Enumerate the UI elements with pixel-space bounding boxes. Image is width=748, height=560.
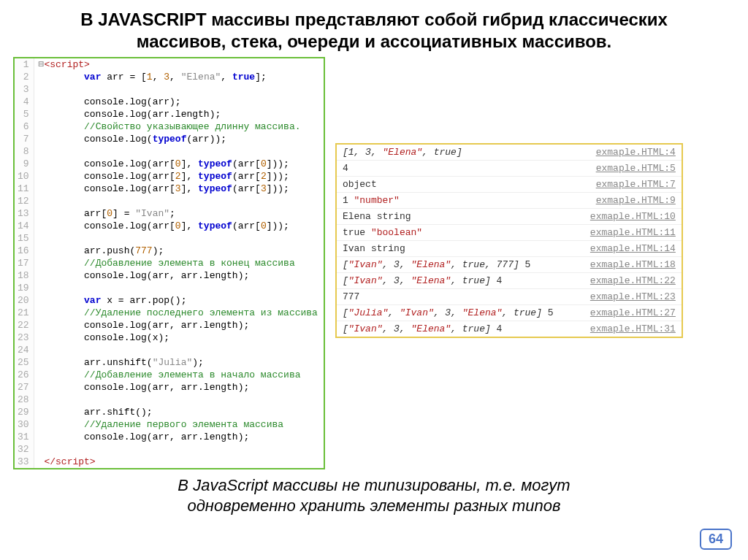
code-line: 10 console.log(arr[2], typeof(arr[2])); — [15, 170, 324, 183]
code-line: 31 console.log(arr, arr.length); — [15, 431, 324, 443]
code-line: 7 console.log(typeof(arr)); — [15, 133, 324, 145]
code-content: //Добавление элемента в начало массива — [34, 369, 324, 381]
code-line: 2 var arr = [1, 3, "Elena", true]; — [15, 71, 324, 83]
code-line: 19 — [15, 282, 324, 294]
code-content: //Удаление первого элемента массива — [34, 418, 324, 431]
code-content: console.log(typeof(arr)); — [34, 133, 324, 145]
console-row: true "boolean"exmaple.HTML:11 — [337, 225, 682, 241]
line-number: 29 — [15, 406, 34, 418]
line-number: 15 — [15, 232, 34, 245]
code-content — [34, 145, 324, 158]
code-content: console.log(arr[3], typeof(arr[3])); — [34, 183, 324, 195]
code-line: 5 console.log(arr.length); — [15, 108, 324, 120]
code-content: console.log(arr[0], typeof(arr[0])); — [34, 158, 324, 170]
line-number: 17 — [15, 257, 34, 269]
console-output: object — [337, 177, 577, 193]
code-content: var arr = [1, 3, "Elena", true]; — [34, 71, 324, 83]
line-number: 25 — [15, 356, 34, 369]
slide-title: В JAVASCRIPT массивы представляют собой … — [13, 9, 735, 53]
slide-footer: В JavaScript массивы не типизированы, т.… — [13, 475, 735, 515]
code-line: 12 — [15, 195, 324, 207]
console-source-link[interactable]: exmaple.HTML:22 — [576, 273, 681, 289]
line-number: 24 — [15, 344, 34, 356]
console-output: ["Julia", "Ivan", 3, "Elena", true] 5 — [337, 305, 577, 321]
console-row: ["Ivan", 3, "Elena", true, 777] 5exmaple… — [337, 257, 682, 273]
code-line: 24 — [15, 344, 324, 356]
line-number: 33 — [15, 456, 34, 468]
console-source-link[interactable]: exmaple.HTML:11 — [576, 225, 681, 241]
code-line: 32 — [15, 443, 324, 456]
console-output: [1, 3, "Elena", true] — [337, 145, 577, 161]
console-source-link[interactable]: exmaple.HTML:9 — [576, 193, 681, 209]
code-line: 20 var x = arr.pop(); — [15, 294, 324, 307]
code-content — [34, 195, 324, 207]
console-row: [1, 3, "Elena", true]exmaple.HTML:4 — [337, 145, 682, 161]
line-number: 32 — [15, 443, 34, 456]
console-row: 777exmaple.HTML:23 — [337, 289, 682, 305]
line-number: 8 — [15, 145, 34, 158]
slide-number-badge: 64 — [700, 529, 732, 550]
console-row: Ivan stringexmaple.HTML:14 — [337, 241, 682, 257]
code-content: arr.push(777); — [34, 245, 324, 257]
console-source-link[interactable]: exmaple.HTML:10 — [576, 209, 681, 225]
console-row: 4exmaple.HTML:5 — [337, 161, 682, 177]
code-line: 23 console.log(x); — [15, 331, 324, 344]
code-content — [34, 344, 324, 356]
console-row: ["Ivan", 3, "Elena", true] 4exmaple.HTML… — [337, 321, 682, 337]
console-source-link[interactable]: exmaple.HTML:5 — [576, 161, 681, 177]
code-line: 25 arr.unshift("Julia"); — [15, 356, 324, 369]
line-number: 14 — [15, 220, 34, 232]
code-table: 1⊟<script>2 var arr = [1, 3, "Elena", tr… — [15, 58, 324, 468]
console-row: objectexmaple.HTML:7 — [337, 177, 682, 193]
line-number: 4 — [15, 96, 34, 108]
line-number: 6 — [15, 120, 34, 133]
line-number: 12 — [15, 195, 34, 207]
code-content: arr.shift(); — [34, 406, 324, 418]
code-line: 18 console.log(arr, arr.length); — [15, 269, 324, 282]
line-number: 10 — [15, 170, 34, 183]
line-number: 31 — [15, 431, 34, 443]
code-content: var x = arr.pop(); — [34, 294, 324, 307]
console-output: Ivan string — [337, 241, 577, 257]
code-line: 3 — [15, 83, 324, 96]
console-source-link[interactable]: exmaple.HTML:23 — [576, 289, 681, 305]
content-row: 1⊟<script>2 var arr = [1, 3, "Elena", tr… — [13, 57, 735, 469]
line-number: 13 — [15, 207, 34, 220]
console-source-link[interactable]: exmaple.HTML:31 — [576, 321, 681, 337]
code-content — [34, 232, 324, 245]
console-output: 1 "number" — [337, 193, 577, 209]
line-number: 19 — [15, 282, 34, 294]
code-content: ⊟<script> — [34, 58, 324, 71]
code-content: console.log(arr.length); — [34, 108, 324, 120]
code-line: 13 arr[0] = "Ivan"; — [15, 207, 324, 220]
code-editor-panel: 1⊟<script>2 var arr = [1, 3, "Elena", tr… — [13, 57, 325, 469]
code-line: 26 //Добавление элемента в начало массив… — [15, 369, 324, 381]
line-number: 20 — [15, 294, 34, 307]
code-line: 21 //Удаление последнего элемента из мас… — [15, 307, 324, 319]
line-number: 2 — [15, 71, 34, 83]
footer-line-2: одновременно хранить элементы разных тип… — [187, 496, 560, 515]
console-source-link[interactable]: exmaple.HTML:18 — [576, 257, 681, 273]
code-line: 14 console.log(arr[0], typeof(arr[0])); — [15, 220, 324, 232]
line-number: 9 — [15, 158, 34, 170]
line-number: 22 — [15, 319, 34, 331]
console-row: 1 "number"exmaple.HTML:9 — [337, 193, 682, 209]
code-content: console.log(arr[2], typeof(arr[2])); — [34, 170, 324, 183]
line-number: 23 — [15, 331, 34, 344]
console-source-link[interactable]: exmaple.HTML:14 — [576, 241, 681, 257]
line-number: 7 — [15, 133, 34, 145]
code-line: 16 arr.push(777); — [15, 245, 324, 257]
line-number: 16 — [15, 245, 34, 257]
code-content: </script> — [34, 456, 324, 468]
line-number: 5 — [15, 108, 34, 120]
code-content — [34, 83, 324, 96]
code-line: 33 </script> — [15, 456, 324, 468]
console-source-link[interactable]: exmaple.HTML:7 — [576, 177, 681, 193]
console-output: Elena string — [337, 209, 577, 225]
code-content: console.log(x); — [34, 331, 324, 344]
console-row: ["Julia", "Ivan", 3, "Elena", true] 5exm… — [337, 305, 682, 321]
console-source-link[interactable]: exmaple.HTML:4 — [576, 145, 681, 161]
code-content: console.log(arr, arr.length); — [34, 269, 324, 282]
console-source-link[interactable]: exmaple.HTML:27 — [576, 305, 681, 321]
line-number: 26 — [15, 369, 34, 381]
